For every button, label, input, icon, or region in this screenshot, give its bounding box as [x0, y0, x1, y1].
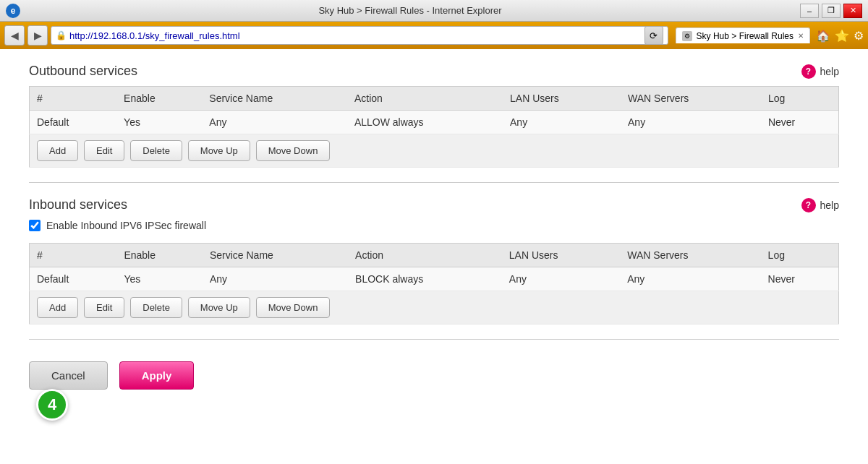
inbound-col-action: Action	[348, 244, 502, 267]
inbound-delete-button[interactable]: Delete	[130, 297, 182, 318]
inbound-help-label: help	[820, 199, 839, 211]
outbound-default-hash: Default	[30, 111, 117, 134]
home-icon[interactable]: 🏠	[816, 29, 830, 43]
outbound-edit-button[interactable]: Edit	[84, 140, 124, 161]
apply-button[interactable]: Apply	[119, 361, 195, 390]
tab-close-icon[interactable]: ✕	[798, 32, 804, 40]
outbound-move-up-button[interactable]: Move Up	[188, 140, 250, 161]
forward-button[interactable]: ▶	[27, 25, 48, 46]
title-bar: e Sky Hub > Firewall Rules - Internet Ex…	[0, 0, 868, 22]
inbound-title: Inbound services	[29, 197, 127, 212]
page-content: Outbound services ? help # Enable Servic…	[0, 49, 868, 404]
inbound-move-up-button[interactable]: Move Up	[188, 297, 250, 318]
inbound-add-button[interactable]: Add	[37, 297, 78, 318]
inbound-button-row: Add Edit Delete Move Up Move Down	[30, 291, 839, 325]
cancel-button[interactable]: Cancel	[29, 361, 108, 390]
outbound-button-row: Add Edit Delete Move Up Move Down	[30, 134, 839, 168]
outbound-col-wan: WAN Servers	[621, 87, 761, 111]
outbound-default-lan: Any	[503, 111, 621, 134]
window-controls: – ❐ ✕	[800, 4, 862, 18]
inbound-table-header-row: # Enable Service Name Action LAN Users W…	[30, 244, 839, 267]
inbound-col-log: Log	[761, 244, 839, 267]
outbound-help-button[interactable]: ? help	[801, 64, 839, 79]
inbound-edit-button[interactable]: Edit	[84, 297, 124, 318]
outbound-add-button[interactable]: Add	[37, 140, 78, 161]
section-divider	[29, 182, 839, 183]
browser-tab[interactable]: ⚙ Sky Hub > Firewall Rules ✕	[676, 27, 810, 43]
minimize-button[interactable]: –	[800, 4, 819, 18]
footer-divider	[29, 339, 839, 340]
outbound-buttons-cell: Add Edit Delete Move Up Move Down	[30, 134, 839, 168]
outbound-row-default: Default Yes Any ALLOW always Any Any Nev…	[30, 111, 839, 134]
outbound-col-hash: #	[30, 87, 117, 111]
outbound-move-down-button[interactable]: Move Down	[256, 140, 331, 161]
address-input-wrap: 🔒 ⟳	[51, 26, 668, 45]
close-button[interactable]: ✕	[843, 4, 862, 18]
outbound-default-log: Never	[761, 111, 839, 134]
inbound-col-lan: LAN Users	[502, 244, 620, 267]
inbound-help-circle-icon: ?	[801, 198, 816, 212]
inbound-checkbox-row: Enable Inbound IPV6 IPSec firewall	[29, 220, 839, 231]
restore-button[interactable]: ❐	[822, 4, 841, 18]
inbound-row-default: Default Yes Any BLOCK always Any Any Nev…	[30, 267, 839, 291]
outbound-col-service: Service Name	[202, 87, 347, 111]
inbound-move-down-button[interactable]: Move Down	[256, 297, 331, 318]
favorites-icon[interactable]: ⭐	[835, 29, 849, 43]
outbound-table-header-row: # Enable Service Name Action LAN Users W…	[30, 87, 839, 111]
inbound-default-lan: Any	[502, 267, 620, 291]
inbound-default-hash: Default	[30, 267, 117, 291]
tab-favicon: ⚙	[682, 31, 692, 41]
inbound-col-hash: #	[30, 244, 117, 267]
outbound-title: Outbound services	[29, 64, 137, 79]
inbound-col-service: Service Name	[203, 244, 348, 267]
help-circle-icon: ?	[801, 64, 816, 79]
outbound-header: Outbound services ? help	[29, 64, 839, 79]
toolbar-icons: 🏠 ⭐ ⚙	[816, 29, 864, 43]
outbound-col-log: Log	[761, 87, 839, 111]
outbound-delete-button[interactable]: Delete	[130, 140, 182, 161]
outbound-default-service: Any	[202, 111, 347, 134]
inbound-table: # Enable Service Name Action LAN Users W…	[29, 243, 839, 325]
inbound-default-service: Any	[203, 267, 348, 291]
tab-label: Sky Hub > Firewall Rules	[697, 31, 793, 41]
outbound-col-enable: Enable	[116, 87, 202, 111]
footer-buttons: Cancel Apply	[29, 354, 839, 390]
inbound-default-log: Never	[761, 267, 839, 291]
outbound-default-wan: Any	[621, 111, 761, 134]
lock-icon: 🔒	[56, 30, 67, 40]
inbound-col-enable: Enable	[116, 244, 203, 267]
outbound-default-enable: Yes	[116, 111, 202, 134]
inbound-buttons-cell: Add Edit Delete Move Up Move Down	[30, 291, 839, 325]
inbound-ipsec-label: Enable Inbound IPV6 IPSec firewall	[46, 220, 206, 231]
inbound-col-wan: WAN Servers	[620, 244, 760, 267]
settings-icon[interactable]: ⚙	[854, 29, 864, 43]
window-title: Sky Hub > Firewall Rules - Internet Expl…	[20, 5, 800, 16]
outbound-table: # Enable Service Name Action LAN Users W…	[29, 86, 839, 168]
refresh-button[interactable]: ⟳	[644, 26, 663, 45]
ie-logo: e	[6, 4, 20, 18]
address-input[interactable]	[69, 30, 642, 41]
inbound-help-button[interactable]: ? help	[801, 198, 839, 212]
outbound-col-lan: LAN Users	[503, 87, 621, 111]
inbound-default-wan: Any	[620, 267, 760, 291]
inbound-ipsec-checkbox[interactable]	[29, 220, 41, 231]
outbound-col-action: Action	[347, 87, 503, 111]
outbound-default-action: ALLOW always	[347, 111, 503, 134]
inbound-default-enable: Yes	[116, 267, 203, 291]
back-button[interactable]: ◀	[4, 25, 25, 46]
inbound-default-action: BLOCK always	[348, 267, 502, 291]
outbound-help-label: help	[820, 66, 839, 77]
inbound-header: Inbound services ? help	[29, 197, 839, 212]
address-bar: ◀ ▶ 🔒 ⟳ ⚙ Sky Hub > Firewall Rules ✕ 🏠 ⭐…	[0, 22, 868, 49]
